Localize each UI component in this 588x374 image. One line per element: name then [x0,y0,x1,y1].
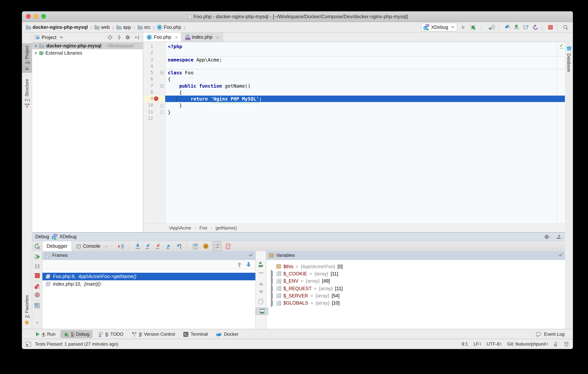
breakpoint-slot[interactable] [153,56,159,63]
editor-breadcrumb-item[interactable]: \App\Acme [169,225,191,231]
fold-end-icon[interactable] [160,110,163,114]
title-bar[interactable]: Foo.php - docker-nginx-php-mysql - [~/Wo… [22,11,573,22]
recent-changes-button[interactable] [523,23,529,31]
gutter-cell[interactable]: 9✓ [143,96,165,102]
breakpoint-slot[interactable] [153,115,159,122]
watch-button[interactable]: @ [202,242,209,250]
code-text[interactable]: class Foo [165,69,565,76]
frames-list[interactable]: Foo.php:9,App\Acme\Foo->getName()index.p… [42,269,255,329]
gutter-cell[interactable]: 10 [143,102,165,109]
code-line[interactable]: 3namespace App\Acme; [143,56,565,63]
code-line[interactable]: 1<?php [143,43,565,50]
fold-collapse-icon[interactable] [160,84,163,88]
float-panel-icon[interactable] [249,253,253,257]
minimize-window-button[interactable] [34,14,38,19]
run-with-coverage-button[interactable] [479,23,486,31]
code-text[interactable]: return 'Nginx PHP MySQL'; [165,96,565,102]
code-line[interactable]: 9✓ return 'Nginx PHP MySQL'; [143,96,565,102]
close-tab-icon[interactable]: × [175,34,178,40]
breakpoint-slot[interactable] [153,63,159,69]
gutter-cell[interactable]: 8 [143,89,165,96]
caret-position[interactable]: 9:1 [462,341,468,347]
project-tree-row[interactable]: External Libraries [32,49,143,56]
restore-layout-button[interactable] [32,303,42,308]
code-line[interactable]: 10 } [143,102,565,109]
remove-watch-button[interactable] [256,272,266,274]
code-line[interactable]: 7 public function getName() [143,83,565,89]
status-message[interactable]: Tests Passed: 1 passed (27 minutes ago) [35,341,118,347]
code-line[interactable]: 4 [143,63,565,70]
step-into-button[interactable] [145,242,152,250]
more-actions-button[interactable]: » [32,320,42,325]
step-over-button[interactable] [135,242,141,250]
sidebar-tab-project[interactable]: 1: Project [22,43,32,73]
code-line[interactable]: 2 [143,50,565,56]
code-text[interactable] [165,63,565,70]
code-line[interactable]: 8 { [143,89,565,96]
breakpoint-slot[interactable] [153,109,159,115]
tab-debugger[interactable]: Debugger [42,241,72,251]
fold-slot[interactable] [159,84,164,88]
code-area[interactable]: 1<?php23namespace App\Acme;45class Foo6{… [143,42,565,224]
rerun-button[interactable] [32,243,42,249]
line-separator-select[interactable]: LF▴▾ [473,341,481,347]
breakpoint-slot[interactable] [153,50,159,56]
gear-icon[interactable] [125,35,131,40]
variable-row[interactable]: 123$_ENV = {array} [49] [266,277,565,285]
hide-panel-button[interactable] [134,35,141,40]
breadcrumb-item[interactable]: CFoo.php [157,24,181,30]
debug-button[interactable] [469,23,476,31]
project-tree-row[interactable]: docker-nginx-php-mysql ~/Workspace/ [32,42,143,49]
breakpoint-slot[interactable] [153,83,159,89]
view-breakpoints-button[interactable] [32,284,42,289]
toolwindow-tab-terminal[interactable]: Terminal [180,330,211,338]
chevron-right-icon[interactable] [271,278,274,284]
gutter-cell[interactable]: 3 [143,56,165,63]
gutter-cell[interactable]: 4 [143,63,165,70]
fold-slot[interactable] [159,71,164,74]
breakpoint-slot[interactable]: ✓ [153,96,159,102]
pause-button[interactable] [32,264,42,269]
resume-button[interactable] [32,254,42,259]
float-panel-icon[interactable] [558,253,562,257]
gutter-cell[interactable]: 12 [143,115,165,122]
chevron-right-icon[interactable] [35,44,37,47]
unlock-icon[interactable] [554,341,558,347]
code-line[interactable]: 5class Foo [143,69,565,76]
fold-slot[interactable] [159,104,164,107]
chevron-down-icon[interactable] [60,37,63,38]
toolwindow-tab-version-control[interactable]: 9: Version Control [129,330,178,338]
variable-row[interactable]: 123$_COOKIE = {array} [11] [266,270,565,278]
view-breakpoints-file-button[interactable] [225,242,232,250]
code-text[interactable] [165,50,565,56]
move-watch-down-button[interactable] [256,291,266,294]
toolwindow-tab-debug[interactable]: 5: Debug [61,330,93,338]
toolwindow-tab-run[interactable]: 4: Run [32,330,59,338]
code-text[interactable]: public function getName() [165,83,565,89]
chevron-right-icon[interactable] [271,271,274,276]
frame-down-button[interactable] [246,262,251,267]
debug-session-tab[interactable]: XDebug [60,234,76,239]
fold-slot[interactable] [159,110,164,114]
move-watch-up-button[interactable] [256,282,266,285]
run-button[interactable] [460,23,467,31]
project-panel-title[interactable]: Project [42,35,56,40]
code-text[interactable] [165,115,565,122]
gutter-cell[interactable]: 5 [143,69,165,76]
fold-collapse-icon[interactable] [160,71,163,74]
editor-breadcrumb-item[interactable]: getName() [215,225,237,231]
code-text[interactable]: namespace App\Acme; [165,56,565,63]
start-listening-debug-button[interactable] [488,23,495,31]
add-watch-button[interactable] [256,262,266,267]
breakpoint-slot[interactable] [153,69,159,76]
frame-row[interactable]: index.php:10,{main}() [42,280,255,288]
encoding-select[interactable]: UTF-8▴▾ [487,341,502,347]
git-branch-select[interactable]: Git: feature/phpunit▴▾ [507,341,548,347]
force-step-into-button[interactable] [155,242,162,250]
editor-breadcrumb-item[interactable]: Foo [200,225,207,231]
hide-tool-window-button[interactable] [556,234,562,239]
breakpoint-slot[interactable] [153,102,159,109]
chevron-right-icon[interactable] [271,286,274,291]
gutter-cell[interactable]: 11 [143,109,165,115]
mute-breakpoints-button[interactable] [32,292,42,298]
